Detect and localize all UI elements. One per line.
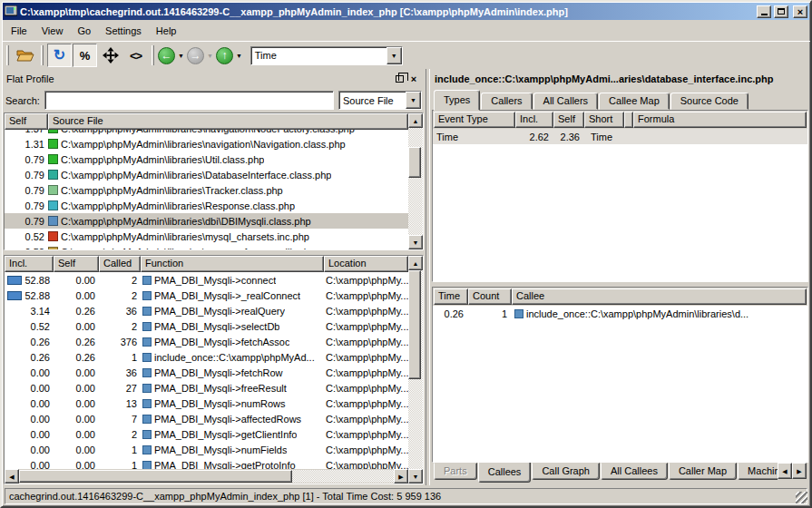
function-hscrollbar[interactable]: ◀ ▶ <box>5 469 408 484</box>
column-header-self[interactable]: Self <box>5 113 48 130</box>
tab-scroll-right-icon[interactable]: ▶ <box>792 463 807 479</box>
scroll-up-icon[interactable]: ▲ <box>408 256 423 270</box>
tab-scroll-left-icon[interactable]: ◀ <box>778 463 792 479</box>
scroll-thumb[interactable] <box>408 147 421 178</box>
percentage-toggle-button[interactable]: % <box>73 44 97 67</box>
detail-tab[interactable]: All Callees <box>601 463 668 480</box>
source-file-row[interactable]: 1.37 C:\xampp\phpMyAdmin\libraries\navig… <box>5 130 408 136</box>
function-icon <box>142 291 152 300</box>
function-row[interactable]: 0.00 0.00 1 PMA_DBI_Mysqli->numFields C:… <box>5 442 408 457</box>
column-header-time[interactable]: Time <box>434 288 468 305</box>
source-file-row[interactable]: 0.79 C:\xampp\phpMyAdmin\libraries\Respo… <box>5 198 408 213</box>
close-button[interactable]: × <box>793 5 807 18</box>
main-splitter[interactable] <box>426 69 430 485</box>
source-file-row[interactable]: 1.31 C:\xampp\phpMyAdmin\libraries\navig… <box>5 136 408 151</box>
function-row[interactable]: 0.00 0.00 36 PMA_DBI_Mysqli->fetchRow C:… <box>5 365 408 380</box>
scroll-down-icon[interactable]: ▼ <box>408 235 423 249</box>
column-header-source-file[interactable]: Source File <box>48 113 408 130</box>
combo-dropdown-icon[interactable]: ▼ <box>386 47 402 64</box>
up-dropdown-icon[interactable]: ▼ <box>236 53 242 59</box>
detail-tab[interactable]: All Callers <box>533 93 599 110</box>
function-row[interactable]: 0.00 0.00 1 PMA_DBI_Mysqli->getProtoInfo… <box>5 457 408 469</box>
function-row[interactable]: 52.88 0.00 2 PMA_DBI_Mysqli->_realConnec… <box>5 288 408 303</box>
shorten-templates-button[interactable]: <> <box>123 44 148 67</box>
detail-tab[interactable]: Source Code <box>670 93 748 110</box>
toolbar-handle[interactable] <box>152 45 154 65</box>
function-row[interactable]: 0.26 0.26 1 include_once::C:\xampp\phpMy… <box>5 349 408 365</box>
menu-item[interactable]: Help <box>149 24 184 38</box>
column-header-self[interactable]: Self <box>553 112 584 128</box>
menu-item[interactable]: File <box>4 24 34 38</box>
event-type-row[interactable]: Time 2.62 2.36 Time <box>433 129 807 144</box>
menu-item[interactable]: View <box>34 24 71 38</box>
function-row[interactable]: 3.14 0.26 36 PMA_DBI_Mysqli->realQuery C… <box>5 303 408 318</box>
menu-item[interactable]: Go <box>70 24 98 38</box>
back-dropdown-icon[interactable]: ▼ <box>178 53 184 59</box>
event-type-combobox[interactable]: Time ▼ <box>250 46 403 65</box>
toolbar-handle[interactable] <box>6 45 9 65</box>
reload-button[interactable]: ↻ <box>47 44 72 67</box>
source-file-row[interactable]: 0.79 C:\xampp\phpMyAdmin\libraries\dbi\D… <box>5 213 408 229</box>
source-file-row[interactable]: 0.79 C:\xampp\phpMyAdmin\libraries\Track… <box>5 182 408 198</box>
grouping-dropdown-icon[interactable]: ▼ <box>406 92 421 109</box>
maximize-button[interactable] <box>774 5 788 18</box>
dock-title-bar[interactable]: Flat Profile × <box>4 70 424 88</box>
column-header-callee[interactable]: Callee <box>512 288 807 305</box>
back-button[interactable]: ← ▼ <box>158 47 184 64</box>
open-file-button[interactable] <box>13 44 37 67</box>
source-file-row[interactable]: 0.52 C:\xampp\phpMyAdmin\libraries\mysql… <box>5 229 408 244</box>
detail-tab[interactable]: Caller Map <box>669 463 737 480</box>
column-header-count[interactable]: Count <box>468 288 512 305</box>
search-input[interactable] <box>44 91 334 110</box>
menu-item[interactable]: Settings <box>98 24 149 38</box>
column-header-called[interactable]: Called <box>99 256 141 272</box>
column-header-incl[interactable]: Incl. <box>515 112 553 128</box>
column-header-self[interactable]: Self <box>54 256 99 272</box>
function-row[interactable]: 0.26 0.26 376 PMA_DBI_Mysqli->fetchAssoc… <box>5 334 408 349</box>
source-file-row[interactable]: 0.52 C:\xampp\phpMyAdmin\libraries\user_… <box>5 244 408 249</box>
scroll-right-icon[interactable]: ▶ <box>394 469 408 484</box>
source-file-row[interactable]: 0.79 C:\xampp\phpMyAdmin\libraries\Datab… <box>5 167 408 182</box>
scroll-up-icon[interactable]: ▲ <box>408 113 423 128</box>
relative-cost-button[interactable] <box>98 44 122 67</box>
column-header-short[interactable]: Short <box>584 112 624 128</box>
function-vscrollbar[interactable]: ▲ ▼ <box>408 256 423 484</box>
up-button[interactable]: ↑ ▼ <box>216 47 242 64</box>
scroll-thumb[interactable] <box>19 470 292 483</box>
scroll-left-icon[interactable]: ◀ <box>5 469 19 484</box>
function-row[interactable]: 0.00 0.00 13 PMA_DBI_Mysqli->numRows C:\… <box>5 396 408 411</box>
function-row[interactable]: 0.52 0.00 2 PMA_DBI_Mysqli->selectDb C:\… <box>5 318 408 334</box>
detail-tab[interactable]: Callee Map <box>599 93 670 110</box>
detail-tab[interactable]: Callers <box>481 93 532 110</box>
source-file-vscrollbar[interactable]: ▲ ▼ <box>408 113 423 249</box>
function-row[interactable]: 0.00 0.00 27 PMA_DBI_Mysqli->freeResult … <box>5 380 408 396</box>
forward-button[interactable]: → ▼ <box>187 47 213 64</box>
column-header-incl[interactable]: Incl. <box>5 256 54 272</box>
resize-grip[interactable] <box>796 492 807 503</box>
scroll-down-icon[interactable]: ▼ <box>408 469 423 484</box>
function-row[interactable]: 52.88 0.00 2 PMA_DBI_Mysqli->connect C:\… <box>5 272 408 288</box>
minimize-icon <box>761 14 768 15</box>
detail-tab[interactable]: Call Graph <box>532 463 600 480</box>
scroll-thumb[interactable] <box>408 270 421 379</box>
minimize-button[interactable] <box>757 5 771 18</box>
title-bar[interactable]: C:\xampp\tmp\cachegrind.out.1416463299-C… <box>3 3 809 20</box>
detail-tab[interactable]: Types <box>434 90 480 111</box>
column-header-function[interactable]: Function <box>141 256 324 272</box>
detail-tab[interactable]: Machine Code <box>738 463 778 480</box>
dock-float-button[interactable] <box>392 73 406 85</box>
function-row[interactable]: 0.00 0.00 7 PMA_DBI_Mysqli->affectedRows… <box>5 411 408 426</box>
dock-close-button[interactable]: × <box>406 73 421 85</box>
column-header-formula[interactable]: Formula <box>633 112 807 128</box>
source-file-row[interactable]: 0.79 C:\xampp\phpMyAdmin\libraries\Util.… <box>5 151 408 167</box>
menu-bar: FileViewGoSettingsHelp <box>2 21 810 41</box>
column-header-spacer[interactable] <box>624 112 633 128</box>
detail-tab[interactable]: Callees <box>478 463 532 483</box>
callee-row[interactable]: 0.26 1 include_once::C:\xampp\phpMyAdmin… <box>433 306 807 321</box>
grouping-combobox[interactable]: Source File ▼ <box>338 91 422 110</box>
detail-tab[interactable]: Parts <box>434 463 477 480</box>
column-header-event-type[interactable]: Event Type <box>434 112 515 128</box>
column-header-location[interactable]: Location <box>324 256 408 272</box>
toolbar-handle[interactable] <box>41 45 44 65</box>
function-row[interactable]: 0.00 0.00 2 PMA_DBI_Mysqli->getClientInf… <box>5 426 408 442</box>
